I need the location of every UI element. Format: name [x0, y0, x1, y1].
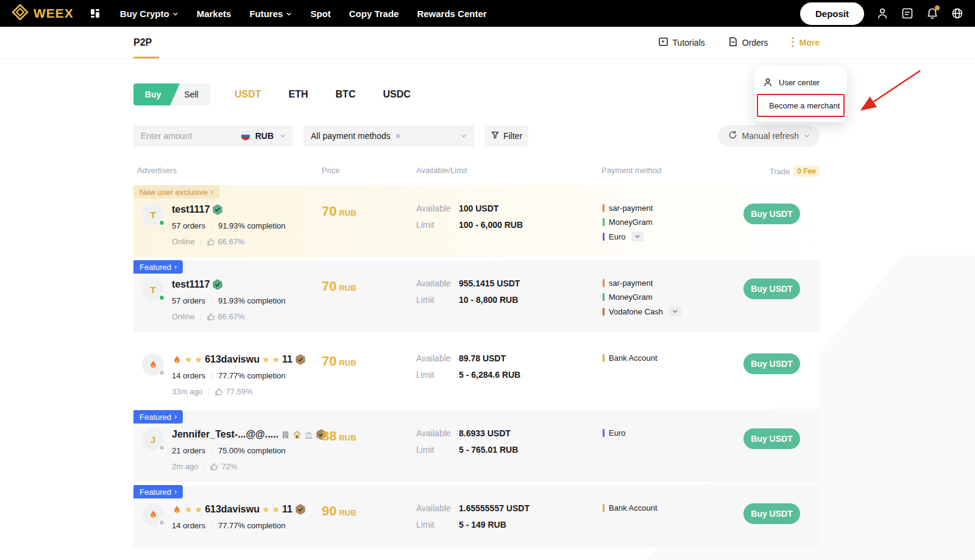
language-globe-icon[interactable]: [951, 7, 964, 20]
advertiser-avatar[interactable]: T: [142, 278, 164, 300]
nav-item-rewards-center[interactable]: Rewards Center: [417, 9, 486, 19]
payment-color-bar: [603, 308, 604, 316]
star-icon: ★: [195, 355, 203, 364]
price-cell: 70RUB: [322, 353, 416, 369]
currency-select[interactable]: RUB: [255, 131, 274, 141]
merchant-rank-badge-icon: [212, 279, 223, 290]
payment-method: Euro: [603, 428, 743, 438]
payment-methods-cell: Bank Account: [601, 353, 743, 363]
expand-payments-button[interactable]: [669, 307, 681, 316]
advertiser-avatar[interactable]: [142, 353, 164, 375]
more-menu-button[interactable]: More: [792, 37, 820, 49]
p2p-market-content: Buy Sell USDTETHBTCUSDC Enter amount RUB…: [133, 59, 820, 550]
menu-item-become-a-merchant[interactable]: Become a merchant: [754, 94, 847, 117]
advertiser-name[interactable]: ★★613daviswu★★11: [172, 503, 306, 516]
offer-row: Featured› ★★613daviswu★★11 14 orders77.7…: [133, 485, 820, 547]
advertiser-avatar[interactable]: T: [142, 204, 164, 225]
weex-p2p-page: WEEX Buy CryptoMarketsFuturesSpotCopy Tr…: [0, 0, 975, 560]
payment-color-bar: [603, 233, 604, 241]
nav-item-spot[interactable]: Spot: [310, 9, 330, 19]
row-badge-featured[interactable]: Featured›: [133, 485, 183, 498]
user-center-icon: [763, 77, 773, 87]
payment-color-bar: [603, 204, 604, 212]
advertiser-avatar[interactable]: J: [142, 428, 164, 450]
price-cell: 90RUB: [322, 503, 416, 519]
chevron-down-icon: [280, 130, 286, 141]
payment-method: Bank Account: [603, 353, 743, 363]
notifications-bell-icon[interactable]: [926, 7, 939, 20]
available-limit-cell: Available955.1415 USDT Limit10 - 8,800 R…: [416, 278, 601, 311]
annotation-arrow: [848, 65, 929, 118]
advertiser-name[interactable]: ★★613daviswu★★11: [172, 353, 306, 366]
chevron-down-icon: [286, 9, 292, 19]
flame-icon: [172, 355, 182, 365]
coin-tab-btc[interactable]: BTC: [336, 89, 356, 100]
expand-payments-button[interactable]: [631, 232, 644, 241]
apps-grid-icon[interactable]: [90, 8, 101, 19]
support-chat-icon[interactable]: [901, 7, 914, 20]
payment-method: sar-payment: [603, 278, 743, 288]
buy-usdt-button[interactable]: Buy USDT: [743, 428, 800, 449]
col-available-limit: Available/Limit: [416, 166, 601, 177]
coin-tab-usdt[interactable]: USDT: [235, 89, 261, 100]
coin-tab-usdc[interactable]: USDC: [383, 89, 410, 100]
payment-methods-cell: Bank Account: [601, 503, 743, 512]
orders-icon: [728, 37, 738, 49]
price-cell: 70RUB: [322, 204, 416, 219]
payment-color-bar: [603, 293, 604, 301]
advertiser-status: Online 66.67%: [172, 312, 286, 321]
status-dot-online: [158, 219, 165, 226]
star-icon: ★: [185, 355, 193, 364]
payment-method: sar-payment: [603, 204, 743, 213]
advertiser-cell: T test1117 57 orders91.93% completion On…: [133, 278, 322, 321]
col-payment-method: Payment method: [601, 166, 743, 177]
advertiser-stats: 14 orders77.77% completion: [172, 521, 306, 530]
row-badge-featured[interactable]: Featured›: [133, 260, 183, 274]
menu-item-user-center[interactable]: User center: [754, 71, 847, 94]
buy-usdt-button[interactable]: Buy USDT: [743, 204, 800, 224]
nav-item-buy-crypto[interactable]: Buy Crypto: [120, 9, 179, 19]
buy-usdt-button[interactable]: Buy USDT: [743, 353, 800, 374]
tutorials-link[interactable]: Tutorials: [658, 37, 705, 49]
row-badge-featured[interactable]: Featured›: [133, 410, 183, 424]
available-limit-cell: Available1.65555557 USDT Limit5 - 149 RU…: [416, 503, 601, 536]
col-price: Price: [322, 166, 416, 177]
nav-item-markets[interactable]: Markets: [197, 9, 232, 19]
house-icon: [292, 430, 302, 439]
weex-logo[interactable]: WEEX: [11, 4, 74, 23]
buy-usdt-button[interactable]: Buy USDT: [743, 278, 800, 299]
coin-tab-eth[interactable]: ETH: [289, 89, 308, 100]
advertiser-name[interactable]: test1117: [172, 278, 286, 291]
bank-icon: [304, 430, 313, 439]
refresh-mode-select[interactable]: Manual refresh: [718, 125, 820, 147]
price-cell: 70RUB: [322, 278, 416, 294]
advertiser-name[interactable]: test1117: [172, 204, 286, 216]
orders-link[interactable]: Orders: [728, 37, 768, 49]
row-badge-new-user[interactable]: New user exclusive›: [133, 185, 219, 199]
nav-item-copy-trade[interactable]: Copy Trade: [349, 9, 399, 19]
status-dot-offline: [158, 369, 165, 376]
clear-filter-icon[interactable]: ✕: [395, 132, 402, 141]
trade-cell: Buy USDT: [743, 204, 820, 224]
payment-method-select[interactable]: All payment methods ✕: [303, 125, 474, 147]
payment-color-bar: [603, 279, 604, 287]
buy-usdt-button[interactable]: Buy USDT: [743, 503, 800, 524]
chevron-down-icon: [804, 131, 810, 141]
flame-icon: [172, 505, 182, 515]
advertiser-name[interactable]: Jennifer_Test-...@@.....: [172, 428, 327, 441]
coin-tabs: USDTETHBTCUSDC: [235, 89, 411, 100]
payment-method: Euro: [603, 232, 743, 241]
amount-input[interactable]: Enter amount RUB: [133, 125, 293, 147]
zero-fee-badge: 0 Fee: [793, 166, 820, 177]
tab-sell[interactable]: Sell: [172, 83, 210, 105]
user-profile-icon[interactable]: [876, 7, 889, 20]
deposit-button[interactable]: Deposit: [800, 2, 864, 25]
nav-item-futures[interactable]: Futures: [249, 9, 292, 19]
payment-method: Vodafone Cash: [603, 307, 743, 316]
payment-color-bar: [603, 354, 604, 362]
advertiser-avatar[interactable]: [142, 503, 164, 525]
filter-button[interactable]: Filter: [484, 125, 528, 147]
payment-methods-cell: sar-paymentMoneyGramEuro: [601, 204, 743, 241]
thumbs-up-icon: [207, 238, 215, 246]
tab-p2p[interactable]: P2P: [133, 27, 152, 58]
